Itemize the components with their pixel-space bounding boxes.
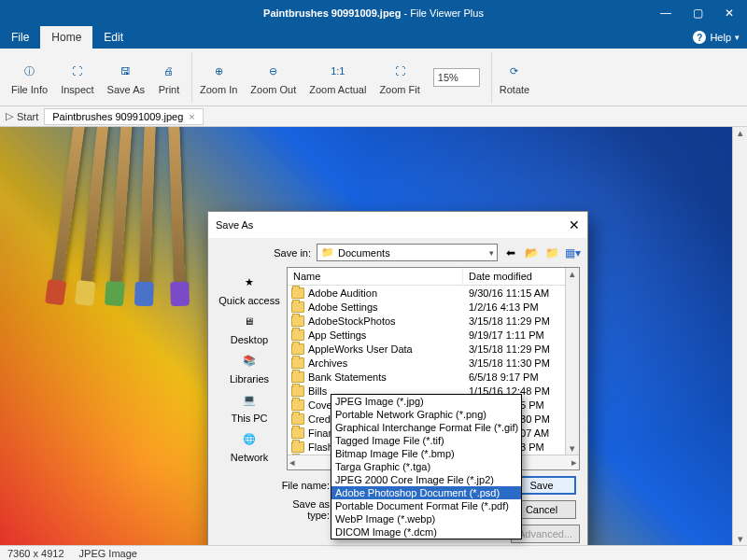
zoom-fit-icon: ⛶: [388, 60, 411, 82]
close-button[interactable]: ✕: [713, 2, 745, 24]
help-icon: ?: [693, 31, 706, 44]
menu-bar: File Home Edit ? Help ▾: [0, 26, 747, 49]
zoom-percent[interactable]: 15%: [428, 52, 486, 103]
dialog-title: Save As: [216, 219, 253, 231]
dialog-close-button[interactable]: ✕: [569, 217, 580, 232]
save-in-combo[interactable]: 📁 Documents: [317, 244, 498, 261]
minimize-button[interactable]: —: [650, 2, 682, 24]
chevron-down-icon: ▾: [735, 33, 740, 42]
save-in-label: Save in:: [268, 247, 311, 259]
file-row[interactable]: AppleWorks User Data3/15/18 11:29 PM: [288, 342, 579, 356]
place-network[interactable]: 🌐Network: [231, 427, 268, 463]
folder-icon: [291, 315, 304, 327]
menu-edit[interactable]: Edit: [92, 26, 134, 49]
folder-icon: [291, 385, 304, 397]
ribbon: ⓘFile Info ⛶Inspect 🖫Save As 🖨Print ⊕Zoo…: [0, 49, 747, 106]
saveastype-label: Save as type:: [268, 498, 330, 521]
rotate-button[interactable]: ⟳Rotate: [494, 52, 535, 103]
place-quick-access[interactable]: ★Quick access: [218, 271, 279, 306]
document-tab[interactable]: Paintbrushes 90991009.jpeg×: [44, 108, 204, 125]
folder-icon: [291, 413, 304, 425]
document-tab-bar: ▷Start Paintbrushes 90991009.jpeg×: [0, 106, 747, 127]
zoom-actual-icon: 1:1: [327, 60, 349, 82]
folder-icon: [291, 427, 304, 439]
file-row[interactable]: App Settings9/19/17 1:11 PM: [288, 328, 579, 342]
place-desktop[interactable]: 🖥Desktop: [231, 310, 268, 345]
up-icon[interactable]: 📂: [524, 245, 539, 260]
help-label: Help: [710, 32, 731, 43]
folder-icon: [291, 287, 304, 299]
canvas-scrollbar[interactable]: ▴▾: [732, 127, 747, 545]
status-dimensions: 7360 x 4912: [7, 548, 64, 559]
folder-icon: [291, 329, 304, 341]
print-button[interactable]: 🖨Print: [152, 52, 186, 103]
file-row[interactable]: Archives3/15/18 11:30 PM: [288, 356, 579, 370]
inspect-button[interactable]: ⛶Inspect: [55, 52, 99, 103]
save-as-button[interactable]: 🖫Save As: [102, 52, 150, 103]
folder-icon: [291, 357, 304, 369]
menu-home[interactable]: Home: [40, 26, 92, 49]
place-libraries[interactable]: 📚Libraries: [230, 349, 269, 385]
status-type: JPEG Image: [79, 548, 137, 559]
close-tab-icon[interactable]: ×: [189, 111, 194, 122]
views-icon[interactable]: ▦▾: [565, 245, 580, 260]
filetype-option[interactable]: JPEG Image (*.jpg): [331, 395, 521, 408]
filetype-option[interactable]: Adobe Photoshop Document (*.psd): [331, 486, 521, 499]
play-icon: ▷: [6, 110, 13, 122]
info-icon: ⓘ: [19, 60, 41, 82]
title-bar: Paintbrushes 90991009.jpeg - File Viewer…: [0, 0, 747, 26]
back-icon[interactable]: ⬅: [503, 245, 518, 260]
start-tab[interactable]: ▷Start: [6, 110, 38, 122]
filetype-option[interactable]: Targa Graphic (*.tga): [331, 460, 521, 473]
file-list-header[interactable]: Name Date modified: [288, 268, 579, 286]
place-icon: 💻: [236, 388, 262, 411]
zoom-in-icon: ⊕: [207, 60, 230, 82]
help-menu[interactable]: ? Help ▾: [693, 26, 740, 49]
folder-icon: 📁: [321, 246, 334, 259]
filename-label: File name:: [268, 480, 330, 491]
zoom-in-button[interactable]: ⊕Zoom In: [194, 52, 243, 103]
zoom-actual-button[interactable]: 1:1Zoom Actual: [303, 52, 372, 103]
place-icon: 📚: [236, 349, 262, 371]
filetype-option[interactable]: Portable Network Graphic (*.png): [331, 408, 521, 421]
filetype-option[interactable]: Bitmap Image File (*.bmp): [331, 447, 521, 460]
file-info-button[interactable]: ⓘFile Info: [6, 52, 53, 103]
print-icon: 🖨: [158, 60, 180, 82]
menu-file[interactable]: File: [0, 26, 40, 49]
file-list-vscroll[interactable]: ▴▾: [565, 268, 579, 455]
filetype-option[interactable]: JPEG 2000 Core Image File (*.jp2): [331, 473, 521, 486]
dialog-title-bar: Save As ✕: [208, 212, 587, 238]
file-row[interactable]: Adobe Audition9/30/16 11:15 AM: [288, 286, 579, 300]
zoom-out-button[interactable]: ⊖Zoom Out: [245, 52, 302, 103]
zoom-fit-button[interactable]: ⛶Zoom Fit: [374, 52, 425, 103]
filetype-option[interactable]: WebP Image (*.webp): [331, 512, 521, 525]
maximize-button[interactable]: ▢: [682, 2, 713, 24]
status-bar: 7360 x 4912 JPEG Image: [0, 545, 747, 560]
zoom-out-icon: ⊖: [262, 60, 285, 82]
place-icon: 🌐: [236, 427, 262, 450]
folder-icon: [291, 301, 304, 313]
rotate-icon: ⟳: [503, 60, 526, 82]
folder-icon: [291, 343, 304, 355]
filetype-option[interactable]: Portable Document Format File (*.pdf): [331, 499, 521, 512]
folder-icon: [291, 371, 304, 383]
folder-icon: [291, 399, 304, 411]
file-row[interactable]: Bank Statements6/5/18 9:17 PM: [288, 370, 579, 384]
filetype-option[interactable]: Graphical Interchange Format File (*.gif…: [331, 421, 521, 434]
save-icon: 🖫: [115, 60, 137, 82]
place-icon: 🖥: [236, 310, 262, 332]
filetype-option[interactable]: Tagged Image File (*.tif): [331, 434, 521, 447]
window-title: Paintbrushes 90991009.jpeg - File Viewer…: [263, 7, 484, 20]
places-panel: ★Quick access🖥Desktop📚Libraries💻This PC🌐…: [216, 267, 283, 470]
inspect-icon: ⛶: [66, 60, 89, 82]
filetype-option[interactable]: DICOM Image (*.dcm): [331, 525, 521, 539]
new-folder-icon[interactable]: 📁: [544, 245, 559, 260]
filetype-dropdown[interactable]: JPEG Image (*.jpg)Portable Network Graph…: [331, 394, 522, 539]
place-this-pc[interactable]: 💻This PC: [231, 388, 267, 424]
place-icon: ★: [236, 271, 262, 293]
folder-icon: [291, 441, 304, 453]
file-row[interactable]: Adobe Settings1/2/16 4:13 PM: [288, 300, 579, 314]
file-row[interactable]: AdobeStockPhotos3/15/18 11:29 PM: [288, 314, 579, 328]
